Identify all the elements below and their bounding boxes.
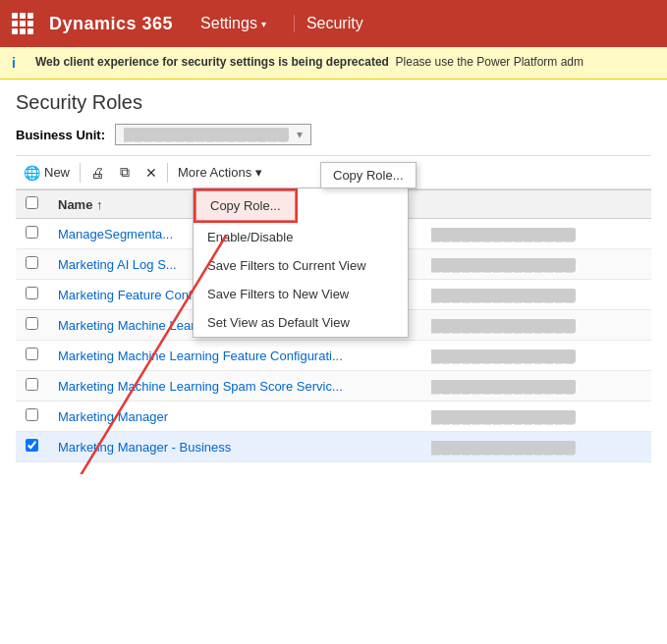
toolbar: 🌐 New 🖨 ⧉ ✕ More Actions ▾ Copy Role... — [16, 155, 651, 189]
row-bu-value: ██████████████ — [431, 380, 576, 394]
waffle-icon[interactable] — [12, 13, 33, 34]
more-actions-dropdown: Copy Role... Enable/Disable Save Filters… — [193, 188, 409, 338]
row-checkbox-cell[interactable] — [16, 341, 48, 371]
row-bu-cell: ██████████████ — [421, 371, 651, 402]
copy-role-box: Copy Role... — [194, 188, 298, 223]
row-checkbox-cell[interactable] — [16, 219, 48, 249]
copy-role-tooltip[interactable]: Copy Role... — [320, 162, 417, 188]
app-title[interactable]: Dynamics 365 — [49, 14, 173, 34]
row-checkbox[interactable] — [26, 226, 38, 239]
table-row: Marketing Manager - Business████████████… — [16, 432, 651, 462]
table-row: Marketing Machine Learning Spam Score Se… — [16, 371, 651, 402]
row-name-link[interactable]: Marketing Machine Learning Spam Score Se… — [58, 379, 343, 394]
row-checkbox[interactable] — [26, 378, 38, 391]
select-all-checkbox[interactable] — [26, 196, 38, 209]
row-name-link[interactable]: ManageSegmenta... — [58, 227, 173, 242]
more-actions-chevron-icon: ▾ — [255, 165, 262, 180]
row-bu-cell: ██████████████ — [421, 219, 651, 249]
page-content: Security Roles Business Unit: ██████████… — [0, 80, 667, 474]
print-icon: 🖨 — [90, 165, 104, 181]
row-checkbox-cell[interactable] — [16, 371, 48, 402]
row-bu-value: ██████████████ — [431, 349, 576, 363]
row-bu-cell: ██████████████ — [421, 249, 651, 280]
export-icon: ⧉ — [120, 164, 130, 181]
row-bu-value: ██████████████ — [431, 410, 576, 424]
row-checkbox[interactable] — [26, 439, 38, 452]
row-bu-value: ██████████████ — [431, 228, 576, 242]
row-bu-cell: ██████████████ — [421, 402, 651, 432]
row-name-link[interactable]: Marketing Manager - Business — [58, 440, 231, 455]
row-checkbox[interactable] — [26, 256, 38, 269]
more-actions-button[interactable]: More Actions ▾ — [170, 161, 270, 184]
chevron-down-icon: ▾ — [261, 19, 266, 29]
row-name-cell: Marketing Machine Learning Feature Confi… — [48, 341, 421, 371]
page-title: Security Roles — [16, 91, 651, 114]
row-checkbox-cell[interactable] — [16, 402, 48, 432]
export-button[interactable]: ⧉ — [112, 160, 138, 185]
col-header-checkbox[interactable] — [16, 190, 48, 219]
row-checkbox-cell[interactable] — [16, 280, 48, 310]
banner-message: Web client experience for security setti… — [35, 55, 584, 69]
row-checkbox[interactable] — [26, 408, 38, 421]
set-view-default-menu-item[interactable]: Set View as Default View — [194, 308, 408, 337]
row-bu-cell: ██████████████ — [421, 341, 651, 371]
enable-disable-menu-item[interactable]: Enable/Disable — [194, 223, 408, 251]
separator-2 — [167, 163, 168, 183]
row-bu-value: ██████████████ — [431, 441, 576, 455]
row-checkbox-cell[interactable] — [16, 310, 48, 341]
row-checkbox[interactable] — [26, 348, 38, 360]
delete-icon: ✕ — [145, 165, 157, 181]
security-nav[interactable]: Security — [294, 15, 375, 32]
new-icon: 🌐 — [24, 165, 40, 181]
row-bu-cell: ██████████████ — [421, 310, 651, 341]
row-bu-cell: ██████████████ — [421, 280, 651, 310]
row-bu-value: ██████████████ — [431, 289, 576, 302]
settings-nav[interactable]: Settings ▾ — [189, 15, 278, 32]
row-bu-value: ██████████████ — [431, 258, 576, 272]
row-name-link[interactable]: Marketing Manager — [58, 409, 168, 424]
row-name-cell: Marketing Manager — [48, 402, 421, 432]
row-name-cell: Marketing Manager - Business — [48, 432, 421, 462]
dropdown-chevron-icon: ▾ — [297, 128, 303, 141]
row-name-cell: Marketing Machine Learning Spam Score Se… — [48, 371, 421, 402]
table-row: Marketing Machine Learning Feature Confi… — [16, 341, 651, 371]
table-row: Marketing Manager██████████████ — [16, 402, 651, 432]
row-checkbox-cell[interactable] — [16, 249, 48, 280]
top-nav: Dynamics 365 Settings ▾ Security — [0, 0, 667, 47]
row-bu-cell: ██████████████ — [421, 432, 651, 462]
separator-1 — [80, 163, 81, 183]
row-checkbox[interactable] — [26, 287, 38, 299]
info-banner: i Web client experience for security set… — [0, 47, 667, 80]
business-unit-value: ████████████████ — [124, 128, 289, 141]
info-icon: i — [12, 55, 28, 71]
copy-role-menu-item[interactable]: Copy Role... — [195, 190, 296, 221]
business-unit-row: Business Unit: ████████████████ ▾ — [16, 124, 651, 145]
delete-button[interactable]: ✕ — [138, 161, 165, 185]
save-filters-current-menu-item[interactable]: Save Filters to Current View — [194, 251, 408, 280]
save-filters-new-menu-item[interactable]: Save Filters to New View — [194, 280, 408, 308]
row-name-link[interactable]: Marketing AI Log S... — [58, 257, 177, 272]
row-name-link[interactable]: Marketing Machine Learning Feature Confi… — [58, 349, 343, 363]
new-button[interactable]: 🌐 New — [16, 161, 78, 185]
col-header-bu — [421, 190, 651, 219]
row-checkbox-cell[interactable] — [16, 432, 48, 462]
row-checkbox[interactable] — [26, 317, 38, 330]
business-unit-select[interactable]: ████████████████ ▾ — [115, 124, 311, 145]
row-bu-value: ██████████████ — [431, 319, 576, 333]
print-button[interactable]: 🖨 — [83, 161, 112, 185]
business-unit-label: Business Unit: — [16, 128, 105, 142]
